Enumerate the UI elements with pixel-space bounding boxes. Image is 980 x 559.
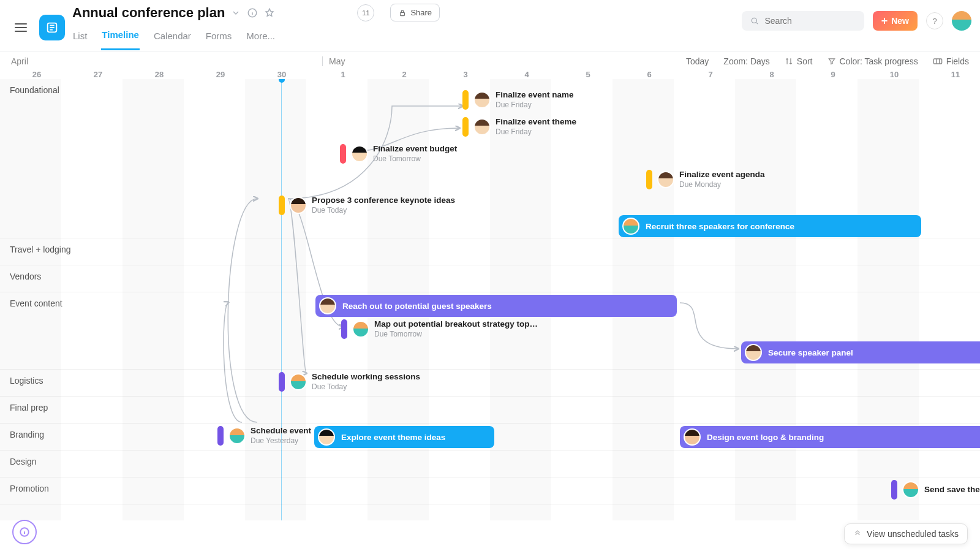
tab-more[interactable]: More... xyxy=(246,27,276,50)
section-vendors: Vendors xyxy=(0,265,980,292)
task[interactable]: Schedule event …Due Yesterday xyxy=(217,426,322,446)
section-label[interactable]: Vendors xyxy=(10,272,41,281)
section-travel: Travel + lodging xyxy=(0,238,980,265)
task-bar[interactable]: Design event logo & branding xyxy=(680,426,980,448)
section-finalprep: Final prep xyxy=(0,397,980,424)
tab-forms[interactable]: Forms xyxy=(205,27,233,50)
section-label[interactable]: Foundational xyxy=(10,85,59,95)
share-label: Share xyxy=(410,8,432,17)
section-label[interactable]: Promotion xyxy=(10,484,49,493)
search-input[interactable] xyxy=(742,11,864,31)
svg-rect-4 xyxy=(933,59,941,64)
zoom-dropdown[interactable]: Zoom: Days xyxy=(723,56,769,66)
color-dropdown[interactable]: Color: Task progress xyxy=(827,56,918,66)
avatar-me[interactable] xyxy=(952,11,971,31)
task[interactable]: Finalize event themeDue Friday xyxy=(462,117,576,137)
star-icon[interactable] xyxy=(264,7,275,18)
task[interactable]: Finalize event budgetDue Tomorrow xyxy=(340,144,457,164)
today-button[interactable]: Today xyxy=(686,56,709,66)
presence-stack[interactable]: 11 xyxy=(300,4,374,21)
section-branding: Branding Schedule event …Due Yesterday E… xyxy=(0,424,980,451)
fields-button[interactable]: Fields xyxy=(933,56,969,66)
section-design: Design xyxy=(0,451,980,477)
section-logistics: Logistics Schedule working sessionsDue T… xyxy=(0,370,980,397)
timeline-header: April May Today Zoom: Days Sort Color: T… xyxy=(0,51,980,70)
project-icon[interactable] xyxy=(39,15,65,40)
day-scale: 26272829301234567891011 xyxy=(0,70,980,79)
lock-icon xyxy=(398,9,407,17)
section-label[interactable]: Design xyxy=(10,457,37,466)
chevron-down-icon[interactable] xyxy=(231,8,241,18)
tab-list[interactable]: List xyxy=(72,27,88,50)
info-icon[interactable] xyxy=(247,7,258,18)
section-label[interactable]: Branding xyxy=(10,430,44,439)
task-bar[interactable]: Recruit three speakers for conference xyxy=(619,215,921,237)
new-button[interactable]: + New xyxy=(873,11,918,31)
tab-timeline[interactable]: Timeline xyxy=(101,26,140,50)
section-label[interactable]: Travel + lodging xyxy=(10,245,70,254)
presence-count[interactable]: 11 xyxy=(357,4,374,21)
svg-rect-2 xyxy=(401,12,405,15)
task[interactable]: Schedule working sessionsDue Today xyxy=(279,372,420,392)
section-event-content: Event content Reach out to potential gue… xyxy=(0,292,980,370)
task[interactable]: Map out potential breakout strategy top…… xyxy=(341,319,538,339)
section-label[interactable]: Event content xyxy=(10,299,62,308)
menu-button[interactable] xyxy=(9,17,33,38)
tab-calendar[interactable]: Calendar xyxy=(153,27,192,50)
section-foundational: Foundational Finalize event nameDue Frid… xyxy=(0,79,980,238)
sort-button[interactable]: Sort xyxy=(785,56,813,66)
task[interactable]: Send save the da xyxy=(891,480,980,500)
section-promotion: Promotion Send save the da xyxy=(0,477,980,504)
timeline-body[interactable]: Foundational Finalize event nameDue Frid… xyxy=(0,79,980,520)
help-button[interactable]: ? xyxy=(926,12,943,29)
share-button[interactable]: Share xyxy=(390,4,440,21)
filter-icon xyxy=(827,57,836,66)
fields-icon xyxy=(933,58,943,65)
section-label[interactable]: Final prep xyxy=(10,403,48,413)
svg-point-3 xyxy=(752,18,756,23)
task[interactable]: Finalize event agendaDue Monday xyxy=(646,170,765,189)
task-bar[interactable]: Secure speaker panel xyxy=(741,341,980,363)
task-bar[interactable]: Reach out to potential guest speakers xyxy=(315,295,677,317)
task[interactable]: Finalize event nameDue Friday xyxy=(462,90,574,110)
sort-icon xyxy=(785,57,793,66)
task[interactable]: Propose 3 conference keynote ideasDue To… xyxy=(279,196,455,215)
project-title[interactable]: Annual conference plan xyxy=(72,5,225,21)
task-bar[interactable]: Explore event theme ideas xyxy=(314,426,494,448)
search-icon xyxy=(750,16,759,26)
month-label: April xyxy=(11,56,28,66)
topbar: Annual conference plan 11 Share List Tim… xyxy=(0,0,980,51)
section-label[interactable]: Logistics xyxy=(10,376,43,386)
month-label: May xyxy=(322,56,345,66)
